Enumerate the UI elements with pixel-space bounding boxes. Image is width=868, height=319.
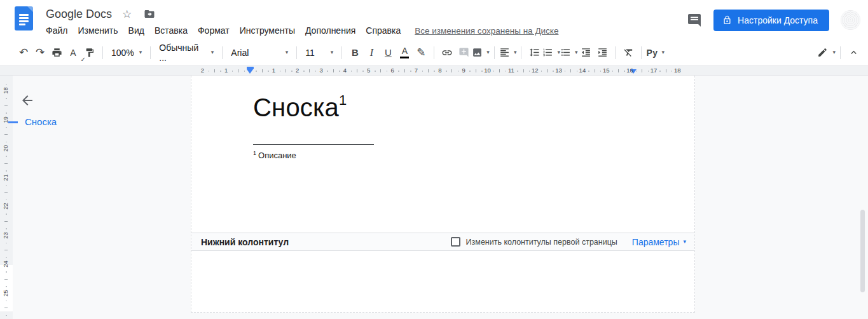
chevron-down-icon: ▾ xyxy=(486,50,490,55)
footer-options-button[interactable]: Параметры ▾ xyxy=(632,237,686,247)
insert-link-button[interactable] xyxy=(439,44,455,61)
input-tools-button[interactable]: Ру ▾ xyxy=(646,44,665,61)
line-spacing-button[interactable] xyxy=(526,44,542,61)
menu-insert[interactable]: Вставка xyxy=(149,24,193,37)
footer-section-label: Нижний колонтитул xyxy=(201,237,289,247)
menu-edit[interactable]: Изменить xyxy=(72,24,123,37)
bulleted-list-button[interactable]: ▾ xyxy=(560,44,578,61)
increase-indent-button[interactable] xyxy=(594,44,610,61)
chevron-up-icon xyxy=(848,47,859,58)
share-button[interactable]: Настройки Доступа xyxy=(713,10,829,31)
styles-select[interactable]: Обычный ...▾ xyxy=(155,44,217,61)
chevron-down-icon: ▾ xyxy=(286,50,289,55)
insert-image-button[interactable]: ▾ xyxy=(472,44,490,61)
zoom-select[interactable]: 100%▾ xyxy=(107,44,146,61)
star-icon[interactable]: ☆ xyxy=(122,9,132,20)
numbered-list-button[interactable]: ▾ xyxy=(542,44,560,61)
move-to-folder-icon[interactable] xyxy=(142,6,157,22)
font-select[interactable]: Arial▾ xyxy=(227,44,292,61)
document-title[interactable]: Google Docs xyxy=(46,8,112,21)
footnote-separator xyxy=(253,144,374,145)
toolbar: ↶ ↷ A✓ 100%▾ Обычный ...▾ Arial▾ 11▾ B I… xyxy=(0,40,868,65)
chevron-down-icon: ▾ xyxy=(683,239,686,245)
left-indent-marker[interactable] xyxy=(247,67,254,74)
menu-addons[interactable]: Дополнения xyxy=(300,24,361,37)
vertical-ruler[interactable]: 1819202122232425 xyxy=(0,76,13,319)
spellcheck-button[interactable]: A✓ xyxy=(65,44,81,61)
footnote-reference[interactable]: 1 xyxy=(339,92,347,108)
pencil-icon xyxy=(817,47,828,58)
chevron-down-icon: ▾ xyxy=(331,50,334,55)
undo-button[interactable]: ↶ xyxy=(15,44,32,61)
footnote-line[interactable]: 1Описание xyxy=(253,150,296,160)
menu-file[interactable]: Файл xyxy=(45,24,72,37)
redo-button[interactable]: ↷ xyxy=(32,44,48,61)
menu-view[interactable]: Вид xyxy=(123,24,149,37)
decrease-indent-button[interactable] xyxy=(577,44,594,61)
document-page[interactable]: Сноска1 1Описание Нижний колонтитул Изме… xyxy=(191,76,695,313)
menu-help[interactable]: Справка xyxy=(361,24,406,37)
menu-format[interactable]: Формат xyxy=(193,24,235,37)
clear-formatting-button[interactable] xyxy=(620,44,637,61)
footnote-number: 1 xyxy=(253,150,256,156)
back-arrow-icon[interactable] xyxy=(20,93,35,108)
lock-icon xyxy=(722,15,732,25)
italic-button[interactable]: I xyxy=(363,44,380,61)
different-first-page-label: Изменить колонтитулы первой страницы xyxy=(466,238,617,247)
document-canvas: 1819202122232425 Сноска Сноска1 1Описани… xyxy=(0,76,868,319)
vertical-scrollbar[interactable] xyxy=(860,210,865,292)
horizontal-ruler[interactable]: 21123456789101112131415161718 xyxy=(0,66,868,76)
text-color-button[interactable]: A xyxy=(396,44,413,61)
underline-button[interactable]: U xyxy=(380,44,396,61)
docs-logo-icon[interactable] xyxy=(15,6,33,31)
highlight-color-button[interactable]: ✎ xyxy=(413,44,429,61)
menu-bar: Файл Изменить Вид Вставка Формат Инструм… xyxy=(45,24,558,37)
bold-button[interactable]: B xyxy=(347,44,363,61)
chevron-down-icon: ▾ xyxy=(211,50,214,55)
hide-menus-button[interactable] xyxy=(845,44,862,61)
app-header: Google Docs ☆ Файл Изменить Вид Вставка … xyxy=(0,0,868,40)
outline-item-footnote[interactable]: Сноска xyxy=(25,116,57,127)
chevron-down-icon: ▾ xyxy=(832,50,836,55)
font-size-select[interactable]: 11▾ xyxy=(301,44,337,61)
chevron-down-icon: ▾ xyxy=(139,50,142,55)
heading-text[interactable]: Сноска1 xyxy=(253,92,347,122)
saved-status-link[interactable]: Все изменения сохранены на Диске xyxy=(415,26,558,36)
footer-section-bar: Нижний колонтитул Изменить колонтитулы п… xyxy=(191,233,694,251)
align-button[interactable]: ▾ xyxy=(499,44,517,61)
editing-mode-button[interactable]: ▾ xyxy=(817,44,836,61)
avatar[interactable] xyxy=(841,10,860,30)
print-button[interactable] xyxy=(48,44,65,61)
share-button-label: Настройки Доступа xyxy=(738,15,818,25)
chevron-down-icon: ▾ xyxy=(662,50,665,55)
cursor-position-marker xyxy=(8,121,18,123)
menu-tools[interactable]: Инструменты xyxy=(235,24,300,37)
different-first-page-checkbox[interactable] xyxy=(451,237,460,247)
chevron-down-icon: ▾ xyxy=(514,50,517,55)
add-comment-icon xyxy=(455,44,472,61)
comments-icon[interactable] xyxy=(687,13,702,28)
